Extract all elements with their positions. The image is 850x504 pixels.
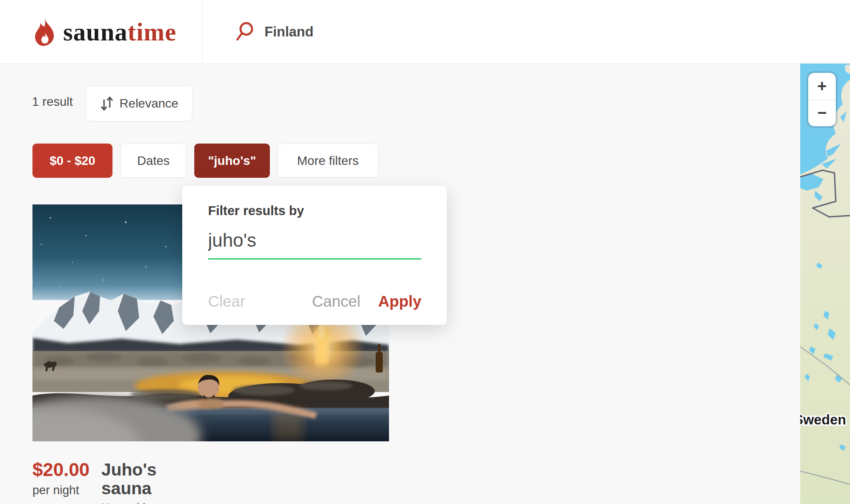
- brand-name-primary: sauna: [63, 18, 128, 46]
- filter-input[interactable]: [208, 230, 421, 260]
- brand-name-secondary: time: [128, 18, 176, 46]
- listing-price: $20.00: [32, 460, 89, 480]
- search-field[interactable]: Finland: [234, 0, 313, 64]
- search-icon: [234, 21, 255, 43]
- listing-title[interactable]: Juho's sauna: [101, 460, 156, 498]
- brand-logo[interactable]: saunatime: [35, 0, 176, 64]
- sort-button[interactable]: Relevance: [86, 86, 192, 121]
- cancel-button[interactable]: Cancel: [312, 292, 361, 310]
- zoom-out-button[interactable]: −: [808, 100, 836, 127]
- listing-price-block: $20.00 per night: [32, 460, 89, 497]
- listing-host: Hosted by Juho S.: [101, 501, 156, 504]
- listing-info-block: Juho's sauna Hosted by Juho S.: [101, 460, 156, 504]
- clear-button[interactable]: Clear: [208, 292, 245, 310]
- more-filters-chip[interactable]: More filters: [277, 144, 378, 178]
- map-zoom-control: + −: [808, 73, 836, 126]
- flame-icon: [35, 18, 55, 46]
- dates-filter-chip[interactable]: Dates: [120, 144, 186, 178]
- filter-popup-title: Filter results by: [208, 204, 421, 218]
- search-location-label: Finland: [265, 24, 313, 40]
- result-count: 1 result: [32, 95, 73, 109]
- keyword-filter-chip[interactable]: "juho's": [194, 144, 270, 178]
- brand-name: saunatime: [63, 18, 176, 46]
- zoom-in-button[interactable]: +: [808, 73, 836, 100]
- header-divider: [202, 0, 203, 64]
- filter-popup: Filter results by Clear Cancel Apply: [182, 186, 447, 325]
- map-panel[interactable]: Sweden: [800, 64, 850, 504]
- listing-price-unit: per night: [32, 484, 89, 497]
- map-country-label: Sweden: [800, 412, 846, 428]
- sort-icon: [100, 96, 113, 111]
- price-filter-chip[interactable]: $0 - $20: [32, 144, 112, 178]
- sort-label: Relevance: [120, 96, 178, 111]
- apply-button[interactable]: Apply: [378, 292, 421, 310]
- app-header: saunatime Finland: [0, 0, 850, 64]
- filter-popup-actions: Clear Cancel Apply: [208, 292, 421, 310]
